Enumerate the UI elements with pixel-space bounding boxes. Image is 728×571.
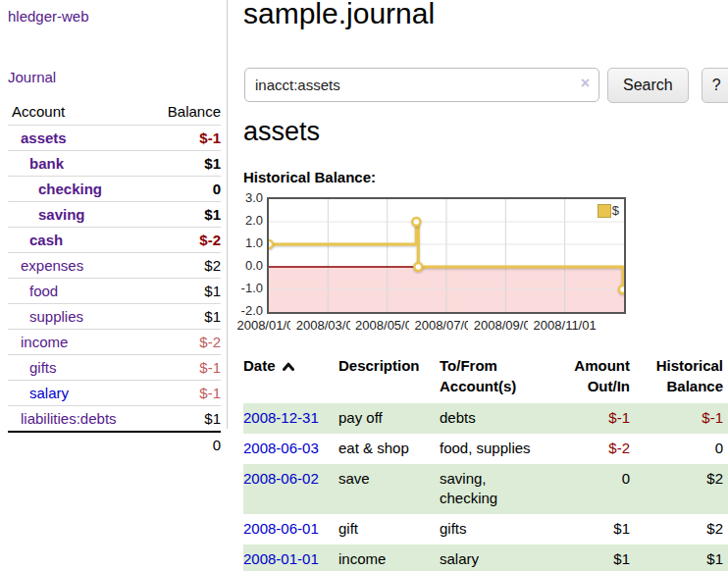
account-link[interactable]: assets [8,130,67,146]
transaction-description: save [338,464,440,514]
app-title: hledger-web [8,8,89,25]
search-help-button[interactable]: ? [702,68,728,103]
data-point-marker [412,218,420,226]
account-balance: $-2 [199,334,221,350]
search-form: × Search ? [244,68,728,103]
y-axis-tick-label: 2.0 [235,214,263,228]
sidebar-item-journal: Journal [8,69,56,85]
transaction-date: 2008-06-02 [243,464,338,514]
clear-search-icon[interactable]: × [581,76,590,91]
data-point-marker [414,263,422,271]
main-content: sample.journal × Search ? assets Histori… [243,0,728,571]
account-row-assets: assets$-1 [8,125,221,150]
account-link[interactable]: expenses [8,257,83,274]
transaction-amount: $1 [549,514,630,545]
account-link[interactable]: food [8,283,58,299]
account-heading: assets [243,117,320,147]
date-column-header[interactable]: Date [243,352,338,403]
y-axis-tick-label: 0.0 [235,259,263,273]
account-row-liabilities-debts: liabilities:debts$1 [8,405,221,431]
account-row-income: income$-2 [8,329,221,354]
page-title: sample.journal [243,0,435,31]
account-link[interactable]: saving [8,206,85,223]
transaction-balance: 0 [630,434,728,464]
account-link[interactable]: cash [8,232,63,248]
search-input[interactable] [244,68,599,102]
transaction-date-link[interactable]: 2008-12-31 [243,409,319,426]
account-link[interactable]: bank [8,155,64,172]
transaction-accounts: food, supplies [440,434,549,464]
register-header-row: Date Description To/From Account(s) Amou… [243,352,728,403]
transaction-description: eat & shop [338,434,440,464]
account-row-salary: salary$-1 [8,380,221,405]
accounts-total-row: 0 [8,431,221,458]
account-link[interactable]: salary [8,385,69,401]
x-axis-tick-label: 2008/11/01 [528,318,602,333]
transaction-row: 2008-06-03eat & shopfood, supplies$-20 [243,434,728,464]
transaction-description: income [338,545,440,571]
account-link[interactable]: income [8,334,68,350]
account-row-cash: cash$-2 [8,227,221,252]
transaction-row: 2008-06-01giftgifts$1$2 [243,514,728,545]
register-table: Date Description To/From Account(s) Amou… [243,352,728,571]
balance-column-header: Balance [168,103,221,120]
transaction-balance: $-1 [630,403,728,434]
account-balance: $1 [204,206,221,223]
transaction-balance: $2 [630,464,728,514]
amount-column-header: Amount Out/In [549,352,630,403]
transaction-date-link[interactable]: 2008-06-01 [243,520,319,537]
transaction-row: 2008-12-31pay offdebts$-1$-1 [243,403,728,434]
app-title-link[interactable]: hledger-web [8,8,89,25]
transaction-date-link[interactable]: 2008-06-03 [243,440,319,456]
transaction-date: 2008-01-01 [243,545,338,571]
account-balance: $-1 [199,130,221,146]
chart-canvas [269,199,624,312]
transaction-row: 2008-06-02savesaving, checking0$2 [243,464,728,514]
account-balance: $1 [204,410,221,427]
chart-plot-area: $ [267,197,626,314]
search-input-wrap: × [244,68,599,102]
transaction-date: 2008-12-31 [243,403,338,434]
account-link[interactable]: supplies [8,308,83,325]
account-link[interactable]: gifts [8,359,57,376]
transaction-amount: 0 [549,464,630,514]
journal-link[interactable]: Journal [8,69,56,85]
y-axis-tick-label: 3.0 [235,191,263,205]
transaction-accounts: saving, checking [440,464,549,514]
transaction-accounts: gifts [440,514,549,545]
chart-title: Historical Balance: [243,169,376,185]
data-point-marker [619,286,624,293]
description-column-header: Description [338,352,440,403]
transaction-accounts: debts [440,403,549,434]
account-balance: $1 [204,155,221,172]
account-balance: $2 [204,257,221,274]
accounts-total-value: 0 [213,437,221,453]
account-link[interactable]: liabilities:debts [8,410,117,427]
transaction-date: 2008-06-03 [243,434,338,464]
search-button[interactable]: Search [607,68,689,103]
transaction-description: pay off [338,403,440,434]
account-link[interactable]: checking [8,181,102,197]
account-column-header: Account [8,103,65,120]
accounts-table: Account Balance assets$-1bank$1checking0… [8,100,221,458]
account-balance: $-1 [199,359,221,376]
transaction-row: 2008-01-01incomesalary$1$1 [243,545,728,571]
transaction-amount: $-2 [549,434,630,464]
transaction-description: gift [338,514,440,545]
transaction-amount: $-1 [549,403,630,434]
historical-balance-chart: 3.02.01.00.0-1.0-2.0 $ 2008/01/012008/03… [243,193,655,350]
account-balance: $1 [204,308,221,325]
account-balance: 0 [213,181,221,197]
y-axis-tick-label: 1.0 [235,236,263,250]
account-row-saving: saving$1 [8,201,221,227]
accounts-table-header: Account Balance [8,100,221,125]
transaction-accounts: salary [440,545,549,571]
transaction-balance: $1 [630,545,728,571]
transaction-amount: $1 [549,545,630,571]
account-balance: $-2 [199,232,221,248]
balance-column-header-main: Historical Balance [630,352,728,403]
transaction-date-link[interactable]: 2008-06-02 [243,470,319,487]
legend-label: $ [612,203,619,218]
transaction-date-link[interactable]: 2008-01-01 [243,550,319,567]
accounts-column-header: To/From Account(s) [440,352,549,403]
